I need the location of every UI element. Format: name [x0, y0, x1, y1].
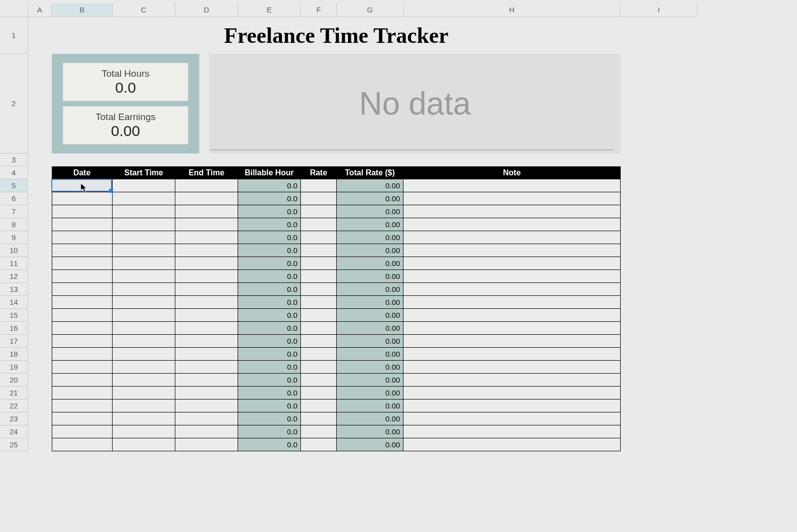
cell-end[interactable] [175, 205, 238, 218]
cell-total[interactable]: 0.00 [337, 218, 403, 231]
cell-end[interactable] [175, 374, 238, 387]
row-header-24[interactable]: 24 [0, 425, 28, 438]
cell-rate[interactable] [301, 361, 337, 374]
cell-date[interactable] [52, 296, 113, 309]
cell-billable[interactable]: 0.0 [238, 244, 301, 257]
cell-end[interactable] [175, 244, 238, 257]
cell-total[interactable]: 0.00 [337, 335, 403, 348]
row-header-6[interactable]: 6 [0, 192, 28, 205]
cell-total[interactable]: 0.00 [337, 296, 403, 309]
row-header-8[interactable]: 8 [0, 218, 28, 231]
cell-total[interactable]: 0.00 [337, 412, 403, 425]
cell-billable[interactable]: 0.0 [238, 296, 301, 309]
cell-billable[interactable]: 0.0 [238, 399, 301, 412]
cell-note[interactable] [403, 438, 621, 451]
cell-start[interactable] [113, 438, 175, 451]
col-header-A[interactable]: A [28, 3, 52, 17]
cell-end[interactable] [175, 231, 238, 244]
cell-billable[interactable]: 0.0 [238, 438, 301, 451]
cell-note[interactable] [403, 322, 621, 335]
cell-end[interactable] [175, 348, 238, 361]
col-header-C[interactable]: C [113, 3, 175, 17]
cell-rate[interactable] [301, 387, 337, 399]
col-header-B[interactable]: B [52, 3, 113, 17]
row-header-4[interactable]: 4 [0, 166, 28, 179]
cell-start[interactable] [113, 335, 175, 348]
cell-total[interactable]: 0.00 [337, 283, 403, 296]
cell-end[interactable] [175, 335, 238, 348]
row-header-5[interactable]: 5 [0, 179, 28, 192]
col-header-D[interactable]: D [175, 3, 238, 17]
cell-date[interactable] [52, 309, 113, 322]
cell-total[interactable]: 0.00 [337, 179, 403, 192]
cell-rate[interactable] [301, 412, 337, 425]
cell-end[interactable] [175, 361, 238, 374]
th-date[interactable]: Date [52, 166, 113, 179]
cell-note[interactable] [403, 283, 621, 296]
cell-date[interactable] [52, 374, 113, 387]
th-billable-hour[interactable]: Billable Hour [238, 166, 301, 179]
cell-billable[interactable]: 0.0 [238, 335, 301, 348]
cell-total[interactable]: 0.00 [337, 257, 403, 270]
cell-date[interactable] [52, 231, 113, 244]
row-header-20[interactable]: 20 [0, 374, 28, 387]
cell-start[interactable] [113, 192, 175, 205]
cell-rate[interactable] [301, 322, 337, 335]
cell-note[interactable] [403, 309, 621, 322]
th-end-time[interactable]: End Time [175, 166, 238, 179]
cell-date[interactable] [52, 399, 113, 412]
cell-note[interactable] [403, 244, 621, 257]
cell-rate[interactable] [301, 348, 337, 361]
row-header-11[interactable]: 11 [0, 257, 28, 270]
row-header-14[interactable]: 14 [0, 296, 28, 309]
cell-rate[interactable] [301, 205, 337, 218]
cell-start[interactable] [113, 231, 175, 244]
cell-end[interactable] [175, 218, 238, 231]
row-header-1[interactable]: 1 [0, 17, 28, 54]
cell-note[interactable] [403, 374, 621, 387]
row-header-3[interactable]: 3 [0, 153, 28, 166]
cell-start[interactable] [113, 205, 175, 218]
cell-date[interactable] [52, 322, 113, 335]
cell-rate[interactable] [301, 309, 337, 322]
cell-end[interactable] [175, 283, 238, 296]
col-header-H[interactable]: H [403, 3, 621, 17]
cell-start[interactable] [113, 322, 175, 335]
spreadsheet[interactable]: ABCDEFGHI 123456789101112131415161718192… [0, 0, 797, 532]
cell-end[interactable] [175, 399, 238, 412]
cell-end[interactable] [175, 322, 238, 335]
cell-date[interactable] [52, 438, 113, 451]
cell-start[interactable] [113, 296, 175, 309]
th-total-rate[interactable]: Total Rate ($) [337, 166, 403, 179]
cell-end[interactable] [175, 257, 238, 270]
row-header-2[interactable]: 2 [0, 54, 28, 153]
cell-start[interactable] [113, 348, 175, 361]
cell-total[interactable]: 0.00 [337, 270, 403, 283]
cell-billable[interactable]: 0.0 [238, 322, 301, 335]
row-header-25[interactable]: 25 [0, 438, 28, 451]
row-header-10[interactable]: 10 [0, 244, 28, 257]
cell-total[interactable]: 0.00 [337, 438, 403, 451]
cell-rate[interactable] [301, 192, 337, 205]
cell-start[interactable] [113, 283, 175, 296]
cell-start[interactable] [113, 399, 175, 412]
cell-start[interactable] [113, 425, 175, 438]
cell-start[interactable] [113, 387, 175, 399]
cell-rate[interactable] [301, 179, 337, 192]
cell-date[interactable] [52, 257, 113, 270]
cell-start[interactable] [113, 412, 175, 425]
cell-date[interactable] [52, 283, 113, 296]
row-header-9[interactable]: 9 [0, 231, 28, 244]
th-start-time[interactable]: Start Time [113, 166, 175, 179]
cell-note[interactable] [403, 218, 621, 231]
cell-billable[interactable]: 0.0 [238, 218, 301, 231]
cell-date[interactable] [52, 270, 113, 283]
cell-date[interactable] [52, 425, 113, 438]
cell-date[interactable] [52, 387, 113, 399]
cell-rate[interactable] [301, 438, 337, 451]
cell-total[interactable]: 0.00 [337, 399, 403, 412]
cell-rate[interactable] [301, 218, 337, 231]
cell-billable[interactable]: 0.0 [238, 348, 301, 361]
cell-date[interactable] [52, 192, 113, 205]
cell-start[interactable] [113, 257, 175, 270]
